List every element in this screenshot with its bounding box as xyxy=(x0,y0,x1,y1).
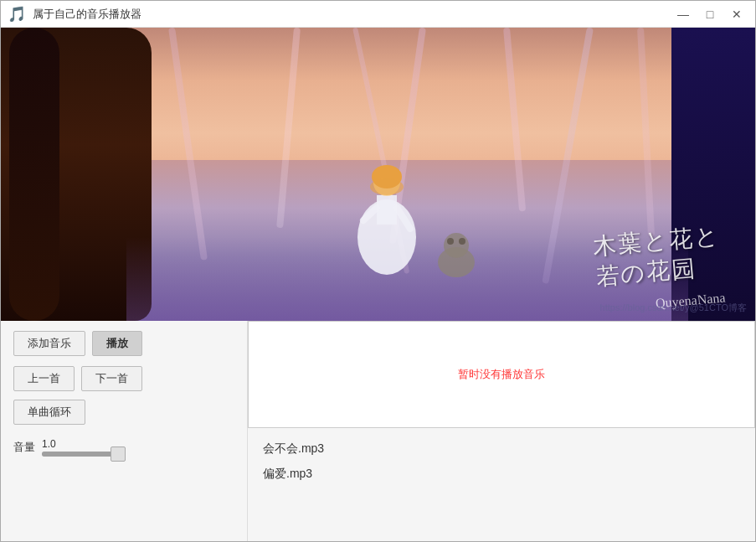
minimize-button[interactable]: — xyxy=(671,6,695,23)
nav-buttons: 上一首 下一首 xyxy=(13,366,234,391)
watermark: https://blog.csdn.net/y@51CTO博客 xyxy=(600,302,747,314)
calligraphy-text: 木葉と花と若の花园 xyxy=(592,221,724,293)
status-text: 暂时没有播放音乐 xyxy=(458,367,545,382)
left-controls: 添加音乐 播放 上一首 下一首 单曲循环 音量 1.0 xyxy=(1,321,248,541)
top-buttons: 添加音乐 播放 xyxy=(13,331,234,356)
album-art: 木葉と花と若の花园 QuyenaNana https://blog.csdn.n… xyxy=(1,28,755,321)
volume-row: 音量 1.0 xyxy=(13,438,234,457)
tree-trunk-detail xyxy=(9,28,59,321)
animal-figure xyxy=(423,216,490,283)
loop-button[interactable]: 单曲循环 xyxy=(13,400,85,425)
title-bar: 🎵 属于自己的音乐播放器 — □ ✕ xyxy=(1,1,755,28)
svg-point-10 xyxy=(459,238,465,245)
volume-thumb[interactable] xyxy=(111,447,126,462)
right-panel: 暂时没有播放音乐 会不会.mp3偏爱.mp3 xyxy=(248,321,755,541)
prev-button[interactable]: 上一首 xyxy=(13,366,75,391)
svg-rect-1 xyxy=(377,195,397,225)
status-display: 暂时没有播放音乐 xyxy=(248,321,755,428)
volume-value: 1.0 xyxy=(42,438,56,450)
svg-point-4 xyxy=(370,178,404,195)
main-window: 🎵 属于自己的音乐播放器 — □ ✕ xyxy=(0,0,756,542)
add-music-button[interactable]: 添加音乐 xyxy=(13,331,85,356)
close-button[interactable]: ✕ xyxy=(725,6,748,23)
svg-point-9 xyxy=(447,238,454,245)
next-button[interactable]: 下一首 xyxy=(81,366,142,391)
maximize-button[interactable]: □ xyxy=(698,6,722,23)
volume-label: 音量 xyxy=(13,440,37,455)
play-button[interactable]: 播放 xyxy=(92,331,142,356)
bottom-section: 添加音乐 播放 上一首 下一首 单曲循环 音量 1.0 xyxy=(1,321,755,541)
girl-figure xyxy=(345,145,429,279)
app-icon: 🎵 xyxy=(8,5,26,23)
window-controls: — □ ✕ xyxy=(671,6,748,23)
playlist-item[interactable]: 偏爱.mp3 xyxy=(256,462,747,487)
volume-container: 1.0 xyxy=(42,438,126,457)
window-title: 属于自己的音乐播放器 xyxy=(33,7,671,22)
volume-track[interactable] xyxy=(42,452,126,457)
volume-slider-container xyxy=(42,452,126,457)
playlist-item[interactable]: 会不会.mp3 xyxy=(256,436,747,462)
loop-button-container: 单曲循环 xyxy=(13,400,234,425)
playlist: 会不会.mp3偏爱.mp3 xyxy=(248,428,755,542)
svg-point-8 xyxy=(444,233,469,258)
